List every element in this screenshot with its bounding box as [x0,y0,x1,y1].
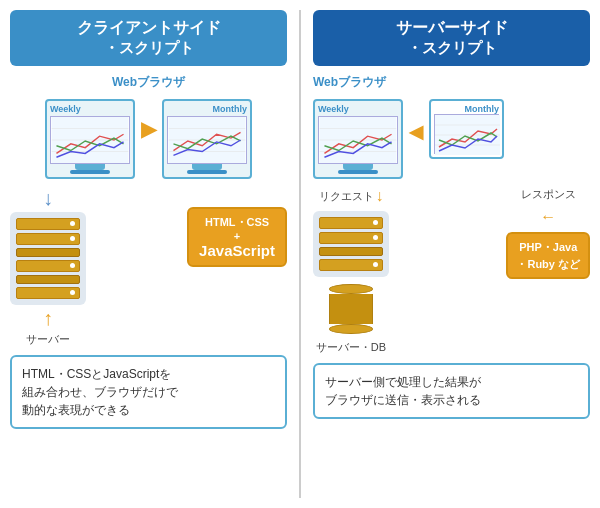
request-row: リクエスト ↓ [319,187,384,205]
main-container: クライアントサイド ・スクリプト Webブラウザ Weekly [0,0,600,508]
left-info-text: HTML・CSSとJavaScriptを組み合わせ、ブラウザだけで動的な表現がで… [22,367,178,417]
db-body [329,294,373,324]
left-server-label: サーバー [26,332,70,347]
db-cylinder [329,284,373,334]
db-bottom [329,324,373,334]
chart2-svg [168,117,246,163]
server-unit-5 [16,275,80,284]
left-header-line2: ・スクリプト [22,39,275,58]
response-arrow: ← [540,208,556,226]
right-info-box: サーバー側で処理した結果がブラウザに送信・表示される [313,363,590,419]
js-main-text: JavaScript [199,242,275,259]
server-unit-1 [16,218,80,230]
left-server-js-row: ↓ ↑ サーバー HTML・CSS + J [10,187,287,347]
monitor1-tab: Weekly [50,104,130,114]
right-monitor-frame: Weekly [313,99,403,179]
monitor1-screen [50,116,130,164]
arrow-from-monthly: ◀ [409,121,423,143]
arrow-up-left: ↑ [43,307,53,330]
left-panel: クライアントサイド ・スクリプト Webブラウザ Weekly [10,10,287,498]
right-server-col: リクエスト ↓ サーバー・DB [313,187,389,355]
request-label: リクエスト [319,189,374,204]
left-monitor2: Monthly [162,99,252,179]
right-top-row: Weekly [313,99,590,179]
js-box-col: HTML・CSS + JavaScript [187,207,287,267]
right-monthly-label: Monthly [434,104,499,114]
right-browser-label: Webブラウザ [313,74,590,91]
right-server-unit-3 [319,247,383,256]
right-server-box [313,211,389,277]
monitor1-frame: Weekly [45,99,135,179]
left-header: クライアントサイド ・スクリプト [10,10,287,66]
left-monitor1: Weekly [45,99,135,179]
right-panel: サーバーサイド ・スクリプト Webブラウザ Weekly [313,10,590,498]
response-label: レスポンス [521,187,576,202]
right-server-unit-2 [319,232,383,244]
right-info-text: サーバー側で処理した結果がブラウザに送信・表示される [325,375,481,407]
server-unit-6 [16,287,80,299]
right-response-col: レスポンス ← PHP・Java・Ruby など [506,187,590,279]
right-monitor: Weekly [313,99,403,179]
monitor2-tab: Monthly [167,104,247,114]
right-monthly-col: Monthly [429,99,504,159]
php-text: PHP・Java・Ruby など [516,239,580,272]
right-monitor-tab: Weekly [318,104,398,114]
panel-divider [299,10,301,498]
arrow-down-left: ↓ [43,187,53,210]
php-box: PHP・Java・Ruby など [506,232,590,279]
server-unit-4 [16,260,80,272]
right-header: サーバーサイド ・スクリプト [313,10,590,66]
left-monitors-row: Weekly [10,99,287,179]
right-monitor-base [338,170,378,174]
left-server-col: ↓ ↑ サーバー [10,187,86,347]
right-header-line1: サーバーサイド [325,18,578,39]
left-info-box: HTML・CSSとJavaScriptを組み合わせ、ブラウザだけで動的な表現がで… [10,355,287,429]
server-unit-3 [16,248,80,257]
server-db-label: サーバー・DB [316,340,386,355]
left-header-line1: クライアントサイド [22,18,275,39]
right-chart-svg [319,117,397,163]
monitor1-base [70,170,110,174]
right-monthly-screen [434,114,499,154]
request-arrow: ↓ [376,187,384,205]
right-server-unit-4 [319,259,383,271]
right-header-line2: ・スクリプト [325,39,578,58]
chart1-svg [51,117,129,163]
left-browser-label: Webブラウザ [10,74,287,91]
right-monthly-chart [435,115,500,155]
js-plus: + [199,230,275,242]
monitor2-frame: Monthly [162,99,252,179]
right-middle-row: リクエスト ↓ サーバー・DB [313,187,590,355]
arrow-weekly-to-monthly: ▶ [141,117,156,141]
right-monthly-box: Monthly [429,99,504,159]
js-line1: HTML・CSS [199,215,275,230]
server-unit-2 [16,233,80,245]
js-box: HTML・CSS + JavaScript [187,207,287,267]
left-server-box [10,212,86,305]
right-monitor-screen [318,116,398,164]
monitor2-screen [167,116,247,164]
db-top [329,284,373,294]
right-server-unit-1 [319,217,383,229]
monitor2-base [187,170,227,174]
